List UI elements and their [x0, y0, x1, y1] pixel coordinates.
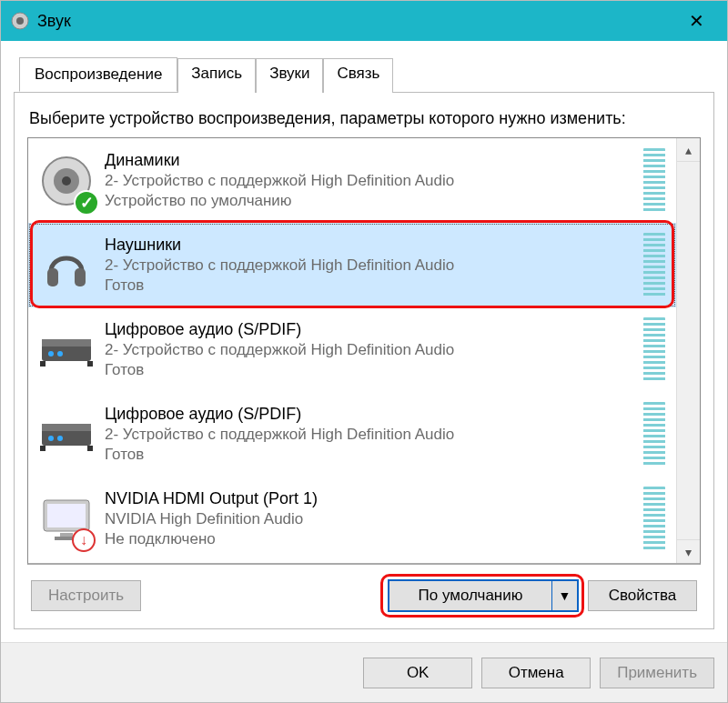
- apply-button[interactable]: Применить: [600, 658, 714, 688]
- ok-button[interactable]: OK: [363, 658, 472, 688]
- scroll-track[interactable]: [677, 162, 700, 539]
- device-description: 2- Устройство с поддержкой High Definiti…: [105, 171, 643, 190]
- device-description: NVIDIA High Definition Audio: [105, 509, 643, 528]
- set-default-dropdown[interactable]: ▼: [551, 581, 577, 610]
- disconnected-badge-icon: ↓: [72, 528, 96, 552]
- tab-communications[interactable]: Связь: [323, 58, 393, 93]
- tab-recording[interactable]: Запись: [177, 58, 256, 93]
- device-buttons-row: Настроить По умолчанию ▼ Свойства: [27, 565, 701, 616]
- svg-rect-8: [42, 339, 91, 346]
- sound-icon: [10, 11, 30, 31]
- level-meter: [643, 148, 665, 214]
- device-description: 2- Устройство с поддержкой High Definiti…: [105, 256, 643, 275]
- receiver-icon: [35, 402, 97, 467]
- speaker-icon: ✓: [35, 148, 97, 214]
- level-meter: [643, 233, 665, 298]
- device-name: NVIDIA HDMI Output (Port 1): [105, 489, 643, 508]
- svg-point-1: [16, 17, 24, 25]
- configure-button[interactable]: Настроить: [31, 580, 141, 611]
- device-name: Динамики: [105, 151, 643, 170]
- device-status: Готов: [105, 276, 643, 295]
- svg-point-16: [57, 436, 63, 441]
- set-default-label: По умолчанию: [389, 581, 551, 610]
- device-name: Цифровое аудио (S/PDIF): [105, 320, 643, 339]
- svg-rect-21: [60, 533, 73, 537]
- device-name: Наушники: [105, 236, 643, 255]
- close-button[interactable]: ✕: [669, 1, 723, 41]
- svg-rect-20: [47, 504, 86, 527]
- monitor-icon: ↓: [35, 487, 97, 552]
- svg-rect-6: [75, 268, 86, 286]
- window-title: Звук: [37, 12, 669, 31]
- svg-rect-14: [42, 424, 91, 431]
- tab-sounds[interactable]: Звуки: [256, 58, 323, 93]
- receiver-icon: [35, 317, 97, 383]
- default-check-badge-icon: ✓: [74, 190, 99, 216]
- device-description: 2- Устройство с поддержкой High Definiti…: [105, 340, 643, 359]
- device-name: Цифровое аудио (S/PDIF): [105, 405, 643, 424]
- instruction-text: Выберите устройство воспроизведения, пар…: [29, 109, 699, 128]
- svg-point-10: [57, 351, 63, 357]
- svg-rect-12: [87, 361, 93, 367]
- titlebar: Звук ✕: [1, 1, 727, 41]
- device-status: Готов: [105, 360, 643, 379]
- svg-point-15: [48, 436, 54, 441]
- svg-rect-18: [87, 446, 93, 451]
- close-icon: ✕: [689, 10, 704, 32]
- device-status: Не подключено: [105, 529, 643, 548]
- device-item[interactable]: Наушники2- Устройство с поддержкой High …: [28, 223, 676, 307]
- scroll-up-button[interactable]: ▴: [677, 138, 700, 162]
- svg-rect-17: [40, 446, 46, 451]
- tab-playback[interactable]: Воспроизведение: [19, 57, 177, 92]
- scrollbar[interactable]: ▴ ▾: [676, 138, 700, 563]
- headphones-icon: [35, 233, 97, 298]
- level-meter: [643, 402, 665, 467]
- svg-point-4: [62, 176, 71, 186]
- svg-rect-5: [47, 268, 58, 286]
- properties-button[interactable]: Свойства: [588, 580, 697, 611]
- device-status: Готов: [105, 445, 643, 464]
- svg-point-9: [48, 351, 54, 357]
- device-item[interactable]: Цифровое аудио (S/PDIF)2- Устройство с п…: [28, 392, 676, 477]
- scroll-down-button[interactable]: ▾: [677, 539, 700, 563]
- device-list: ✓Динамики2- Устройство с поддержкой High…: [27, 137, 701, 565]
- level-meter: [643, 317, 665, 383]
- tabs: Воспроизведение Запись Звуки Связь: [14, 57, 714, 93]
- device-item[interactable]: ✓Динамики2- Устройство с поддержкой High…: [28, 138, 676, 223]
- device-description: 2- Устройство с поддержкой High Definiti…: [105, 425, 643, 444]
- svg-rect-11: [40, 361, 46, 367]
- device-status: Устройство по умолчанию: [105, 191, 643, 210]
- level-meter: [643, 487, 665, 552]
- set-default-button[interactable]: По умолчанию ▼: [388, 579, 579, 612]
- dialog-footer: OK Отмена Применить: [1, 642, 727, 703]
- cancel-button[interactable]: Отмена: [481, 658, 591, 688]
- tab-content-playback: Выберите устройство воспроизведения, пар…: [14, 93, 714, 629]
- device-item[interactable]: Цифровое аудио (S/PDIF)2- Устройство с п…: [28, 307, 676, 392]
- device-item[interactable]: ↓NVIDIA HDMI Output (Port 1)NVIDIA High …: [28, 477, 676, 561]
